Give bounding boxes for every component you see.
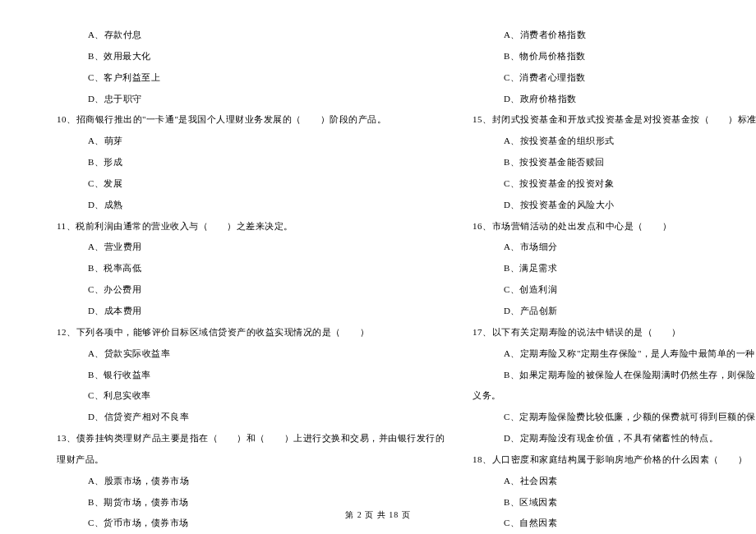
option-item: A、萌芽 [53, 131, 445, 152]
option-item: A、存款付息 [53, 25, 445, 46]
question-12: 12、下列各项中，能够评价目标区域信贷资产的收益实现情况的是（ ） [53, 322, 445, 343]
left-column: A、存款付息 B、效用最大化 C、客户利益至上 D、忠于职守 10、招商银行推出… [41, 25, 457, 534]
option-item: D、定期寿险没有现金价值，不具有储蓄性的特点。 [469, 428, 756, 449]
question-16: 16、市场营销活动的处出发点和中心是（ ） [469, 216, 756, 237]
option-item: C、发展 [53, 173, 445, 195]
option-item: C、定期寿险保险费比较低廉，少额的保费就可得到巨额的保障。 [469, 407, 756, 428]
question-10: 10、招商银行推出的"一卡通"是我国个人理财业务发展的（ ）阶段的产品。 [53, 109, 445, 131]
option-item: B、满足需求 [469, 258, 756, 279]
option-item: D、成熟 [53, 195, 445, 216]
question-13: 13、债券挂钩类理财产品主要是指在（ ）和（ ）上进行交换和交易，并由银行发行的 [53, 428, 445, 449]
question-15: 15、封闭式投资基金和开放式投资基金是对投资基金按（ ）标准进行的分类。 [469, 109, 756, 131]
option-item: B、如果定期寿险的被保险人在保险期满时仍然生存，则保险合同即行终止，保险人无给付 [469, 365, 756, 386]
option-item: A、营业费用 [53, 237, 445, 258]
option-item: A、消费者价格指数 [469, 25, 756, 46]
page-footer: 第 2 页 共 18 页 [0, 509, 756, 521]
option-item: B、形成 [53, 152, 445, 173]
option-item: D、按投资基金的风险大小 [469, 195, 756, 216]
option-item: B、物价局价格指数 [469, 46, 756, 67]
option-item: C、按投资基金的投资对象 [469, 173, 756, 195]
option-item: B、按投资基金能否赎回 [469, 152, 756, 173]
option-item: C、客户利益至上 [53, 67, 445, 89]
question-11: 11、税前利润由通常的营业收入与（ ）之差来决定。 [53, 216, 445, 237]
question-18: 18、人口密度和家庭结构属于影响房地产价格的什么因素（ ） [469, 449, 756, 471]
option-item: D、产品创新 [469, 301, 756, 322]
option-item: A、股票市场，债券市场 [53, 471, 445, 492]
option-item: C、利息实收率 [53, 385, 445, 407]
option-item: B、效用最大化 [53, 46, 445, 67]
option-item: A、社会因素 [469, 471, 756, 492]
option-item: D、成本费用 [53, 301, 445, 322]
option-item: A、市场细分 [469, 237, 756, 258]
option-item: D、信贷资产相对不良率 [53, 407, 445, 428]
question-17: 17、以下有关定期寿险的说法中错误的是（ ） [469, 322, 756, 343]
option-item: B、税率高低 [53, 258, 445, 279]
option-item: D、忠于职守 [53, 89, 445, 110]
option-item: D、政府价格指数 [469, 89, 756, 110]
option-item: A、贷款实际收益率 [53, 343, 445, 365]
option-item: B、银行收益率 [53, 365, 445, 386]
option-item: C、办公费用 [53, 279, 445, 301]
right-column: A、消费者价格指数 B、物价局价格指数 C、消费者心理指数 D、政府价格指数 1… [457, 25, 756, 534]
question-13-cont: 理财产品。 [53, 449, 445, 471]
option-item: A、定期寿险又称"定期生存保险"，是人寿险中最简单的一种。 [469, 343, 756, 365]
option-item-cont: 义务。 [469, 385, 756, 407]
option-item: C、创造利润 [469, 279, 756, 301]
option-item: A、按投资基金的组织形式 [469, 131, 756, 152]
option-item: C、消费者心理指数 [469, 67, 756, 89]
page-content: A、存款付息 B、效用最大化 C、客户利益至上 D、忠于职守 10、招商银行推出… [0, 0, 756, 534]
